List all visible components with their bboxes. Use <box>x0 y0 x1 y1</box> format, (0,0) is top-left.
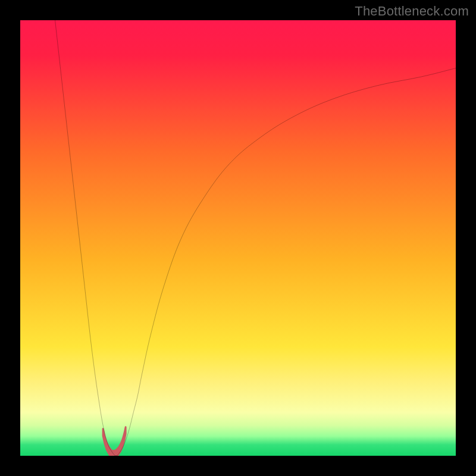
bottleneck-curve <box>55 20 456 456</box>
curve-layer <box>20 20 456 456</box>
confidence-band-foot <box>103 427 126 456</box>
plot-area <box>20 20 456 456</box>
watermark-text: TheBottleneck.com <box>355 4 469 19</box>
chart-frame: TheBottleneck.com <box>0 0 476 476</box>
